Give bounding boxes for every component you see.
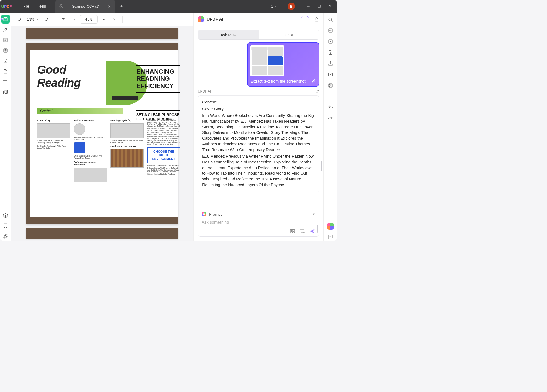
ai-toggle-button[interactable] bbox=[327, 223, 334, 230]
send-button[interactable] bbox=[310, 228, 315, 234]
scrollbar-thumb[interactable] bbox=[321, 161, 322, 171]
svg-rect-1 bbox=[318, 5, 320, 7]
document-area: 13%▼ 4 / 8 Good Re bbox=[11, 13, 193, 241]
chat-input[interactable] bbox=[202, 218, 315, 227]
maximize-button[interactable] bbox=[315, 2, 324, 11]
app-logo: UPDF bbox=[0, 0, 13, 13]
window-count-value: 1 bbox=[271, 4, 273, 8]
response-source-label: UPDF AI bbox=[198, 89, 211, 93]
attach-image-button[interactable] bbox=[290, 228, 295, 234]
chevron-down-icon: ▼ bbox=[36, 18, 39, 21]
headline-1: Good bbox=[37, 63, 81, 76]
crop-tool[interactable] bbox=[1, 77, 10, 86]
chat-composer: Prompt ▼ bbox=[198, 209, 319, 237]
infinity-button[interactable]: ∞ bbox=[301, 16, 309, 22]
chat-thread[interactable]: Extract text from the screenshot UPDF AI… bbox=[194, 40, 323, 206]
edit-text-tool[interactable] bbox=[1, 46, 10, 55]
notes-button[interactable] bbox=[327, 233, 334, 241]
page-tool[interactable] bbox=[1, 56, 10, 65]
ai-response: Content Cover Story In a World Where Boo… bbox=[198, 95, 319, 192]
save-button[interactable] bbox=[327, 82, 334, 89]
close-tab-icon[interactable] bbox=[108, 4, 111, 8]
compare-tool[interactable] bbox=[1, 88, 10, 97]
minimize-button[interactable] bbox=[304, 2, 313, 11]
col4-p2: In Addition, Lighting Is Also Very Impor… bbox=[147, 165, 181, 175]
titlebar: UPDF File Help Scanned-OCR (1) + 1 B bbox=[0, 0, 337, 13]
zoom-out-button[interactable] bbox=[15, 15, 24, 24]
lock-icon[interactable] bbox=[314, 17, 319, 22]
col3-head: Reading Exploring bbox=[110, 119, 144, 122]
tab-ask-pdf[interactable]: Ask PDF bbox=[198, 30, 259, 39]
window-count[interactable]: 1 bbox=[271, 4, 277, 8]
organize-tool[interactable] bbox=[1, 67, 10, 76]
attachment-button[interactable] bbox=[1, 232, 10, 241]
document-viewport[interactable]: Good Reading ENHANCING READNING EFFICIEN… bbox=[11, 26, 193, 241]
svg-rect-17 bbox=[329, 84, 332, 87]
menu-file[interactable]: File bbox=[19, 4, 34, 8]
convert-button[interactable] bbox=[327, 38, 334, 45]
tab-title: Scanned-OCR (1) bbox=[67, 4, 104, 8]
svg-rect-9 bbox=[315, 19, 318, 21]
prompt-icon bbox=[202, 212, 206, 216]
chevron-down-icon bbox=[274, 5, 277, 8]
bookmark-button[interactable] bbox=[1, 221, 10, 230]
choose-box: CHOOSE THE RIGHT ENVIRONMENT bbox=[147, 147, 181, 163]
ai-logo-icon bbox=[198, 16, 204, 22]
layers-button[interactable] bbox=[1, 211, 10, 220]
col3b-head: Bookstore Discoveries bbox=[110, 145, 144, 148]
svg-text:OCR: OCR bbox=[329, 30, 333, 32]
first-page-button[interactable] bbox=[59, 15, 67, 24]
close-window-button[interactable] bbox=[325, 2, 335, 11]
unsaved-icon bbox=[59, 4, 64, 9]
zoom-in-button[interactable] bbox=[42, 15, 51, 24]
ai-mode-tabs: Ask PDF Chat bbox=[198, 30, 319, 40]
menu-help[interactable]: Help bbox=[34, 4, 51, 8]
chevron-down-icon: ▼ bbox=[312, 212, 315, 216]
redo-button[interactable] bbox=[327, 114, 334, 122]
prompt-selector[interactable]: Prompt ▼ bbox=[202, 212, 315, 216]
svg-point-11 bbox=[291, 230, 292, 232]
headline-2: Reading bbox=[37, 76, 81, 89]
right-sidebar: OCR bbox=[323, 13, 337, 241]
zoom-select[interactable]: 13%▼ bbox=[26, 17, 40, 21]
comment-tool[interactable] bbox=[1, 36, 10, 44]
export-button[interactable] bbox=[327, 49, 334, 56]
document-tab[interactable]: Scanned-OCR (1) bbox=[55, 0, 115, 13]
right-headline: ENHANCING READNING EFFICIENCY bbox=[136, 65, 180, 93]
page-prev-sliver bbox=[26, 28, 178, 39]
response-line-1: Content bbox=[202, 99, 315, 105]
crop-attach-button[interactable] bbox=[300, 228, 305, 234]
user-message-text: Extract text from the screenshot bbox=[250, 79, 316, 83]
highlight-tool[interactable] bbox=[1, 25, 10, 34]
composer-scrollbar[interactable] bbox=[317, 225, 318, 233]
col2-head: Author Interviews bbox=[74, 119, 107, 122]
response-line-2: Cover Story bbox=[202, 106, 315, 112]
col4-p1: When Looking For A Suitable Reading Envi… bbox=[147, 119, 181, 146]
search-button[interactable] bbox=[327, 16, 334, 24]
content-bar: Content bbox=[37, 108, 123, 114]
edit-message-icon[interactable] bbox=[311, 79, 316, 84]
document-toolbar: 13%▼ 4 / 8 bbox=[11, 13, 193, 26]
ocr-button[interactable]: OCR bbox=[327, 27, 334, 34]
undo-button[interactable] bbox=[327, 103, 334, 111]
email-button[interactable] bbox=[327, 71, 334, 78]
page-4: Good Reading ENHANCING READNING EFFICIEN… bbox=[26, 43, 178, 225]
user-avatar[interactable]: B bbox=[288, 3, 295, 10]
share-button[interactable] bbox=[327, 60, 334, 67]
attached-screenshot bbox=[250, 45, 284, 76]
page-number-input[interactable]: 4 / 8 bbox=[80, 15, 98, 24]
left-sidebar bbox=[0, 13, 11, 241]
tab-chat[interactable]: Chat bbox=[259, 30, 319, 39]
last-page-button[interactable] bbox=[110, 15, 119, 24]
svg-point-12 bbox=[329, 18, 332, 21]
response-para-1: In a World Where Bookshelves Are Constan… bbox=[202, 113, 315, 152]
ai-panel-title: UPDF AI bbox=[207, 17, 298, 22]
zoom-value: 13% bbox=[27, 17, 34, 21]
new-tab-button[interactable]: + bbox=[118, 2, 125, 10]
ai-panel: UPDF AI ∞ Ask PDF Chat Extract text from… bbox=[193, 13, 323, 241]
page-next-sliver bbox=[26, 228, 178, 239]
col1-head: Cover Story bbox=[37, 119, 70, 122]
prev-page-button[interactable] bbox=[69, 15, 78, 24]
next-page-button[interactable] bbox=[100, 15, 108, 24]
open-external-icon[interactable] bbox=[315, 89, 319, 93]
